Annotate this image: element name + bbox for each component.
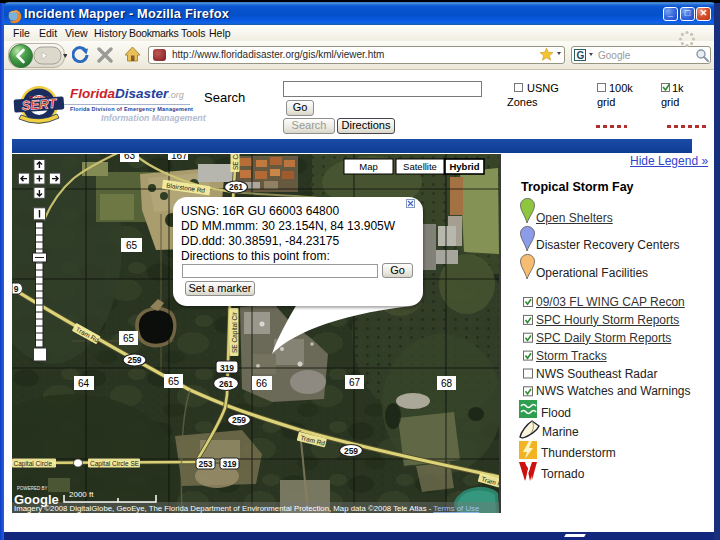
svg-text:259: 259 bbox=[344, 446, 358, 456]
svg-text:65: 65 bbox=[126, 240, 138, 251]
svg-text:65: 65 bbox=[123, 333, 135, 344]
svg-text:319: 319 bbox=[220, 363, 234, 373]
svg-text:66: 66 bbox=[256, 378, 268, 389]
svg-text:253: 253 bbox=[198, 459, 212, 469]
svg-text:261: 261 bbox=[219, 379, 233, 389]
svg-text:259: 259 bbox=[127, 355, 141, 365]
svg-text:67: 67 bbox=[349, 377, 361, 388]
svg-text:Imagery ©2008 DigitalGlobe, Ge: Imagery ©2008 DigitalGlobe, GeoEye, The … bbox=[14, 504, 479, 513]
svg-text:SERT: SERT bbox=[21, 96, 57, 113]
svg-text:POWERED BY: POWERED BY bbox=[17, 486, 48, 491]
svg-text:Hybrid: Hybrid bbox=[449, 161, 479, 172]
svg-text:167: 167 bbox=[171, 154, 188, 161]
svg-text:261: 261 bbox=[229, 182, 243, 192]
svg-text:Satellite: Satellite bbox=[403, 161, 437, 172]
svg-text:259: 259 bbox=[232, 415, 246, 425]
svg-text:9: 9 bbox=[14, 284, 19, 294]
svg-text:64: 64 bbox=[78, 378, 90, 389]
svg-text:65: 65 bbox=[168, 376, 180, 387]
svg-text:SE Ca: SE Ca bbox=[232, 154, 239, 170]
svg-text:68: 68 bbox=[441, 378, 453, 389]
svg-text:SE Capital Cir: SE Capital Cir bbox=[231, 311, 239, 353]
svg-text:319: 319 bbox=[222, 459, 236, 469]
svg-text:2000 ft: 2000 ft bbox=[69, 490, 94, 499]
svg-text:Capital Circle SE: Capital Circle SE bbox=[90, 460, 140, 468]
svg-text:Map: Map bbox=[359, 161, 377, 172]
svg-text:63: 63 bbox=[124, 154, 136, 161]
svg-text:Capital Circle: Capital Circle bbox=[14, 460, 53, 468]
